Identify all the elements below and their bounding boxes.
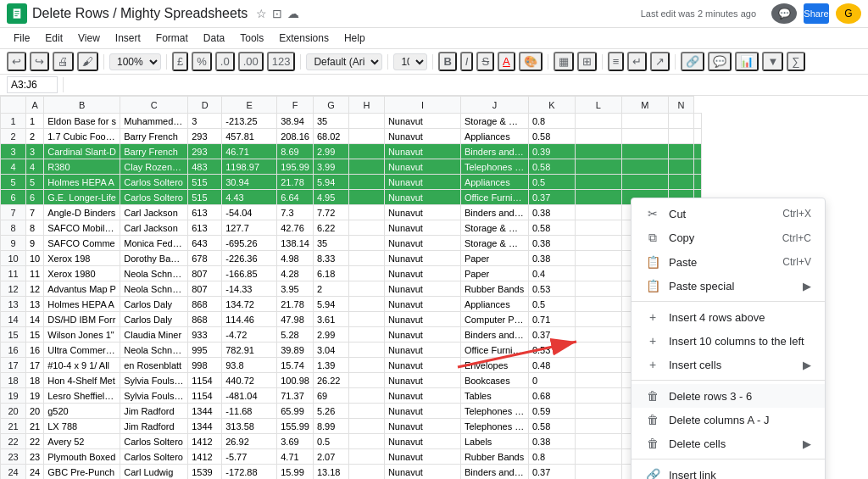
format-number-button[interactable]: 123 [267,52,296,71]
cell[interactable]: 17 [26,358,44,373]
cell[interactable]: LX 788 [44,419,120,434]
cell[interactable]: 0.4 [528,266,575,281]
cell[interactable] [348,373,384,388]
cell[interactable]: 138.14 [277,236,314,251]
cell[interactable]: Nunavut [384,327,460,343]
cell[interactable]: 195.99 [277,159,314,175]
cell[interactable]: 24 [26,465,44,480]
table-row[interactable]: 1212Advantus Map PNeola Schneider807-14.… [1,281,702,297]
ctx-cut[interactable]: ✂ Cut Ctrl+X [632,202,825,226]
cell[interactable] [621,114,668,129]
cell[interactable]: Appliances [460,297,528,312]
cell[interactable] [348,358,384,373]
row-header[interactable]: 6 [1,190,26,205]
col-header-N[interactable]: N [668,97,693,114]
cell[interactable] [575,144,621,159]
cell-reference-input[interactable] [7,76,58,93]
row-header[interactable]: 16 [1,343,26,358]
cell[interactable] [348,251,384,266]
cell[interactable] [575,251,621,266]
cell[interactable]: 12 [26,281,44,297]
cell[interactable] [348,343,384,358]
cell[interactable]: 5.26 [313,404,348,419]
strikethrough-button[interactable]: S [476,52,494,71]
cell[interactable]: 46.71 [222,144,277,159]
cell[interactable]: 30.94 [222,175,277,190]
cell[interactable]: 483 [188,159,222,175]
cell[interactable] [668,114,693,129]
cell[interactable]: Nunavut [384,419,460,434]
cell[interactable]: Carlos Soltero [120,434,188,449]
cell[interactable]: Nunavut [384,220,460,236]
cell[interactable]: 0.53 [528,281,575,297]
cell[interactable]: Clay Rozendal [120,159,188,175]
cell[interactable]: 0.59 [528,404,575,419]
cell[interactable] [575,281,621,297]
cell[interactable]: 0.58 [528,419,575,434]
filter-button[interactable]: ▼ [762,52,783,71]
cell[interactable]: 1.39 [313,358,348,373]
cell[interactable] [668,175,693,190]
cell[interactable]: 0.71 [528,312,575,327]
cell[interactable]: Nunavut [384,190,460,205]
cell[interactable]: 35 [313,114,348,129]
cell[interactable] [348,388,384,404]
text-color-button[interactable]: A [498,52,515,71]
cell[interactable]: 4.28 [277,266,314,281]
cell[interactable] [668,144,693,159]
cell[interactable]: Nunavut [384,449,460,465]
cell[interactable] [348,465,384,480]
cell[interactable] [621,159,668,175]
cell[interactable]: Holmes HEPA A [44,297,120,312]
star-icon[interactable]: ☆ [256,7,267,20]
cell[interactable]: Advantus Map P [44,281,120,297]
cell[interactable]: GBC Pre-Punch [44,465,120,480]
font-size-select[interactable]: 10 [393,53,427,70]
cell[interactable]: 313.58 [222,419,277,434]
cell[interactable]: 1412 [188,434,222,449]
bold-button[interactable]: B [438,52,456,71]
row-header[interactable]: 1 [1,114,26,129]
cell[interactable]: Nunavut [384,159,460,175]
link-button[interactable]: 🔗 [681,52,704,71]
cell[interactable]: -5.77 [222,449,277,465]
row-header[interactable]: 20 [1,404,26,419]
cell[interactable]: 1198.97 [222,159,277,175]
cell[interactable]: -226.36 [222,251,277,266]
menu-view[interactable]: View [71,30,107,47]
cell[interactable]: Carlos Daly [120,312,188,327]
cell[interactable]: Hon 4-Shelf Met [44,373,120,388]
sheet-area[interactable]: A B C D E F G H I J K L M N 11Eldon Base [0,96,868,479]
cell[interactable] [575,388,621,404]
cell[interactable]: 643 [188,236,222,251]
cell[interactable]: 8.33 [313,251,348,266]
table-row[interactable]: 1414DS/HD IBM ForrCarlos Daly868114.4647… [1,312,702,327]
cell[interactable]: 0.48 [528,358,575,373]
currency-button[interactable]: £ [172,52,188,71]
cell[interactable]: 4.98 [277,251,314,266]
cell[interactable]: 65.99 [277,404,314,419]
cell[interactable]: -213.25 [222,114,277,129]
cell[interactable]: Envelopes [460,358,528,373]
cell[interactable]: -14.33 [222,281,277,297]
cell[interactable]: Nunavut [384,266,460,281]
cell[interactable] [575,404,621,419]
cell[interactable]: 6.22 [313,220,348,236]
zoom-select[interactable]: 100% [109,53,161,70]
cell[interactable]: 3.61 [313,312,348,327]
cell[interactable]: 0.8 [528,449,575,465]
cell[interactable]: 995 [188,343,222,358]
cell[interactable]: Telephones and [460,404,528,419]
col-header-A[interactable]: A [26,97,44,114]
cell[interactable] [693,144,701,159]
cell[interactable]: 0.58 [528,129,575,144]
fill-color-button[interactable]: 🎨 [519,52,542,71]
cell[interactable]: 2 [26,129,44,144]
cell[interactable]: 293 [188,144,222,159]
cell[interactable] [348,175,384,190]
cell[interactable]: 3.95 [277,281,314,297]
cell[interactable] [348,327,384,343]
row-header[interactable]: 18 [1,373,26,388]
cell[interactable]: 19 [26,388,44,404]
cell[interactable]: 10 [26,251,44,266]
